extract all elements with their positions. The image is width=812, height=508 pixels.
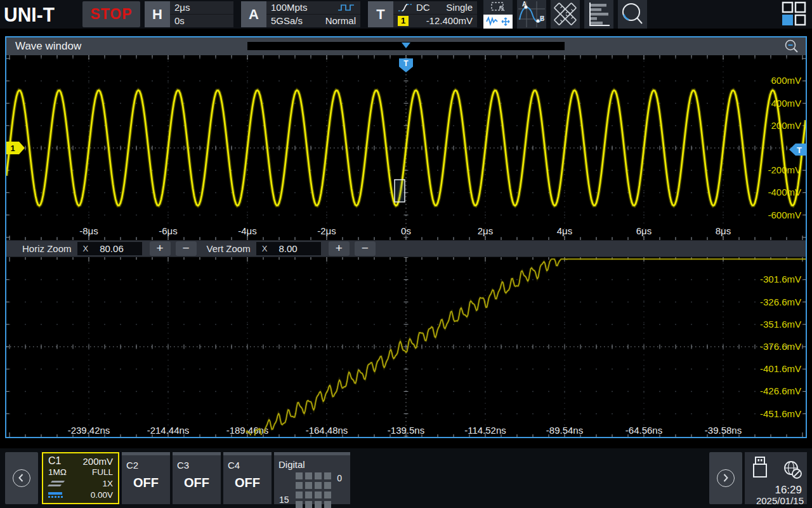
horizontal-settings[interactable]: 2μs 0s bbox=[170, 1, 233, 27]
network-disconnected-icon bbox=[783, 460, 803, 480]
bottom-channel-bar: C1 200mV 1MΩ FULL 1X 0.00V C2 OFF C3 OFF… bbox=[0, 448, 812, 508]
acquire-settings[interactable]: 100Mpts 5GSa/s Normal bbox=[266, 1, 360, 27]
digital-last-line: 15 bbox=[279, 495, 289, 505]
trigger-position-marker-label: T bbox=[403, 59, 409, 68]
time-axis-label: 4μs bbox=[557, 225, 573, 236]
window-title: Wave window bbox=[15, 37, 81, 55]
volt-axis-label: -401.6mV bbox=[760, 363, 801, 374]
channel-2-tile[interactable]: C2 OFF bbox=[122, 452, 170, 504]
zoom-waveform-view[interactable]: -301.6mV-326.6mV-351.6mV-376.6mV-401.6mV… bbox=[6, 257, 806, 437]
trigger-menu-letter[interactable]: T bbox=[368, 1, 393, 27]
channel-3-name: C3 bbox=[177, 460, 189, 471]
channel-1-level-marker[interactable] bbox=[6, 142, 25, 154]
volt-axis-label: -451.6mV bbox=[760, 408, 801, 419]
channel-1-tile[interactable]: C1 200mV 1MΩ FULL 1X 0.00V bbox=[42, 452, 119, 504]
histogram-tool[interactable] bbox=[584, 0, 613, 29]
wave-window: Wave window 600mV400mV200mV-200mV-400mV-… bbox=[5, 36, 807, 438]
c1-zoom-waveform-trace bbox=[246, 259, 806, 436]
trigger-coupling-value: DC bbox=[416, 1, 430, 14]
channel-3-tile[interactable]: C3 OFF bbox=[173, 452, 221, 504]
vert-zoom-field[interactable]: X 8.00 bbox=[256, 242, 321, 255]
svg-text:A: A bbox=[522, 1, 527, 8]
run-state-button[interactable]: STOP bbox=[82, 1, 140, 27]
channel-4-tile[interactable]: C4 OFF bbox=[223, 452, 272, 504]
digital-channels-tile[interactable]: Digital 0 15 bbox=[274, 452, 350, 504]
c1-waveform-trace bbox=[6, 90, 806, 206]
vert-zoom-decrease-button[interactable]: − bbox=[355, 241, 376, 256]
chevron-left-icon bbox=[13, 469, 30, 487]
brand-logo: UNI-T bbox=[4, 0, 80, 29]
channel-2-state: OFF bbox=[122, 476, 170, 490]
acquire-menu-letter[interactable]: A bbox=[241, 1, 266, 27]
time-axis-label: -39.58ns bbox=[705, 425, 742, 436]
time-axis-label: 6μs bbox=[636, 225, 652, 236]
horiz-zoom-decrease-button[interactable]: − bbox=[176, 241, 197, 256]
digital-first-line: 0 bbox=[337, 473, 342, 483]
time-axis-label: 8μs bbox=[716, 225, 731, 236]
horiz-zoom-field[interactable]: X 80.06 bbox=[77, 242, 142, 255]
record-position-marker[interactable] bbox=[402, 43, 410, 48]
volt-axis-label: 600mV bbox=[771, 75, 801, 86]
time-axis-label: -6μs bbox=[159, 225, 177, 236]
horizontal-offset-value: 0s bbox=[174, 15, 185, 27]
time-axis-label: 0s bbox=[401, 225, 411, 236]
time-axis-label: -89.54ns bbox=[546, 425, 583, 436]
trigger-sweep-value: Single bbox=[446, 1, 473, 14]
window-layout-button[interactable] bbox=[779, 0, 808, 29]
trigger-level-marker-label: T bbox=[797, 145, 802, 155]
time-axis-label: -164.48ns bbox=[306, 425, 348, 436]
time-axis-label: -4μs bbox=[238, 225, 256, 236]
ruler-measure-tool[interactable] bbox=[551, 0, 580, 29]
system-status-tile[interactable]: 16:29 2025/01/15 bbox=[745, 452, 807, 504]
channel-2-name: C2 bbox=[126, 460, 138, 471]
waveform-select-tool[interactable] bbox=[483, 0, 513, 29]
horiz-zoom-label: Horiz Zoom bbox=[22, 243, 72, 254]
channel-1-offset: 0.00V bbox=[91, 490, 113, 500]
volt-axis-label: 200mV bbox=[771, 120, 801, 131]
rising-edge-icon bbox=[398, 2, 412, 13]
top-toolbar: UNI-T STOP H 2μs 0s A 100Mpts 5GSa/s Nor… bbox=[0, 0, 812, 29]
sample-rate-value: 5GSa/s bbox=[271, 15, 303, 27]
channel-1-bandwidth: FULL bbox=[92, 467, 113, 477]
timebase-value: 2μs bbox=[174, 1, 190, 14]
time-axis-label: 2μs bbox=[478, 225, 494, 236]
vert-zoom-increase-button[interactable]: + bbox=[329, 241, 350, 256]
svg-text:B: B bbox=[540, 15, 544, 22]
volt-axis-label: -301.6mV bbox=[760, 274, 801, 284]
memory-depth-value: 100Mpts bbox=[271, 1, 308, 14]
zoom-out-icon[interactable] bbox=[784, 39, 799, 54]
layout-square-icon bbox=[796, 15, 805, 25]
time-axis-label: -214.44ns bbox=[147, 425, 190, 436]
main-waveform-view[interactable]: 600mV400mV200mV-200mV-400mV-600mV-8μs-6μ… bbox=[6, 55, 806, 240]
horiz-zoom-increase-button[interactable]: + bbox=[150, 241, 171, 256]
acquire-mode-value: Normal bbox=[325, 15, 356, 27]
wave-window-titlebar: Wave window bbox=[6, 37, 806, 55]
layout-square-active-icon bbox=[782, 15, 793, 25]
ab-measure-tool[interactable]: A B bbox=[517, 0, 546, 29]
chevron-right-icon bbox=[717, 469, 735, 487]
time-axis-label: -114.52ns bbox=[464, 425, 506, 436]
trigger-level-value: -12.400mV bbox=[426, 15, 473, 27]
acquire-wave-icon bbox=[337, 3, 356, 13]
trigger-settings[interactable]: DC Single 1 -12.400mV bbox=[393, 1, 477, 27]
horizontal-menu-letter[interactable]: H bbox=[145, 1, 170, 27]
time-axis-label: -239.42ns bbox=[68, 425, 110, 436]
zoom-control-bar: Horiz Zoom X 80.06 + − Vert Zoom X 8.00 … bbox=[6, 240, 806, 257]
clock-date: 2025/01/15 bbox=[756, 495, 804, 506]
digital-label: Digital bbox=[278, 459, 305, 470]
channel-1-impedance: 1MΩ bbox=[48, 467, 67, 477]
channel-1-scale: 200mV bbox=[82, 456, 113, 467]
vert-zoom-value: 8.00 bbox=[278, 243, 297, 254]
channel-3-state: OFF bbox=[173, 476, 221, 490]
channel-1-name: C1 bbox=[48, 455, 61, 467]
zoom-region-box[interactable] bbox=[395, 180, 405, 202]
search-zoom-tool[interactable] bbox=[618, 0, 647, 29]
panel-scroll-right-button[interactable] bbox=[709, 452, 742, 504]
channel-1-probe: 1X bbox=[102, 479, 113, 488]
panel-scroll-left-button[interactable] bbox=[5, 452, 38, 504]
layout-square-icon bbox=[783, 3, 792, 12]
volt-axis-label: -600mV bbox=[768, 210, 801, 220]
dc-coupling-icon bbox=[48, 492, 63, 498]
channel-4-name: C4 bbox=[228, 460, 240, 471]
volt-axis-label: -326.6mV bbox=[760, 297, 801, 307]
